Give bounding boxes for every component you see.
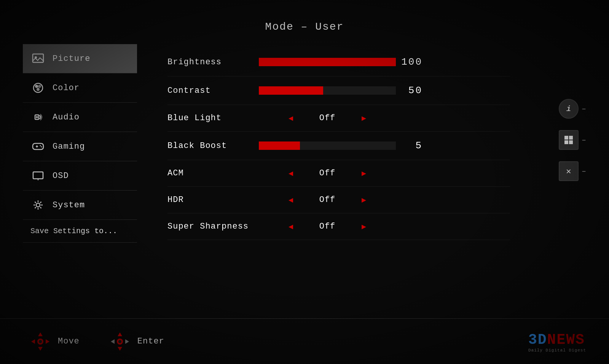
hdr-label: HDR: [167, 195, 259, 205]
super-sharpness-label: Super Sharpness: [167, 222, 259, 231]
svg-marker-23: [118, 332, 122, 336]
svg-marker-24: [118, 347, 122, 351]
super-sharpness-toggle: ◀ Off ▶: [259, 222, 396, 231]
sidebar-item-audio[interactable]: Audio: [23, 103, 137, 132]
close-icon: ✕: [566, 166, 571, 176]
logo-subtitle: Daily Digital Digest: [528, 348, 586, 353]
sidebar-item-system[interactable]: System: [23, 191, 137, 220]
acm-toggle: ◀ Off ▶: [259, 168, 396, 178]
grid-icon: [564, 136, 573, 144]
svg-marker-18: [38, 347, 43, 351]
blue-light-left-arrow[interactable]: ◀: [289, 113, 293, 123]
svg-point-28: [118, 340, 121, 343]
contrast-label: Contrast: [167, 86, 259, 95]
sidebar-label-picture: Picture: [53, 54, 90, 64]
grid-button[interactable]: [559, 130, 579, 150]
svg-point-4: [38, 85, 41, 88]
save-settings-button[interactable]: Save Settings to...: [23, 220, 137, 243]
osd-icon: [30, 168, 46, 183]
sidebar-label-audio: Audio: [53, 113, 80, 122]
page-title: Mode – User: [0, 21, 609, 33]
contrast-slider-fill: [259, 86, 323, 95]
grid-dash: –: [582, 136, 586, 145]
svg-point-12: [41, 146, 42, 148]
sidebar-item-color[interactable]: Color: [23, 73, 137, 103]
contrast-slider-track[interactable]: [259, 86, 396, 95]
sidebar: Picture Color: [23, 44, 137, 318]
brightness-row: Brightness 100: [167, 48, 510, 76]
sidebar-label-osd: OSD: [53, 171, 69, 181]
svg-rect-0: [33, 54, 43, 62]
svg-marker-17: [38, 332, 43, 336]
picture-icon: [30, 51, 46, 66]
svg-point-22: [39, 340, 42, 343]
black-boost-label: Black Boost: [167, 141, 259, 151]
svg-point-5: [37, 88, 40, 91]
acm-control: ◀ Off ▶: [259, 168, 510, 178]
logo-text: 3DNEWS: [528, 332, 586, 348]
sidebar-item-osd[interactable]: OSD: [23, 161, 137, 191]
gaming-icon: [30, 139, 46, 154]
contrast-value: 50: [396, 85, 426, 96]
sidebar-item-picture[interactable]: Picture: [23, 44, 137, 73]
info-button[interactable]: i: [559, 99, 579, 119]
acm-row: ACM ◀ Off ▶: [167, 160, 510, 187]
super-sharpness-control: ◀ Off ▶: [259, 222, 510, 231]
super-sharpness-left-arrow[interactable]: ◀: [289, 222, 293, 231]
super-sharpness-right-arrow[interactable]: ▶: [362, 222, 366, 231]
enter-action: Enter: [110, 332, 164, 351]
close-dash: –: [582, 167, 586, 176]
super-sharpness-row: Super Sharpness ◀ Off ▶: [167, 213, 510, 240]
settings-panel: Brightness 100 Contrast 50: [167, 44, 510, 318]
blue-light-control: ◀ Off ▶: [259, 113, 510, 123]
black-boost-slider-track[interactable]: [259, 141, 396, 150]
audio-icon: [30, 110, 46, 125]
black-boost-slider-fill: [259, 141, 300, 150]
move-label: Move: [58, 337, 80, 346]
svg-marker-26: [125, 339, 129, 344]
enter-dpad-icon: [110, 332, 130, 351]
svg-rect-13: [33, 172, 43, 179]
svg-point-3: [35, 85, 38, 88]
sidebar-label-gaming: Gaming: [53, 142, 85, 151]
acm-label: ACM: [167, 168, 259, 178]
hdr-left-arrow[interactable]: ◀: [289, 195, 293, 205]
close-button[interactable]: ✕: [559, 161, 579, 181]
blue-light-label: Blue Light: [167, 113, 259, 123]
svg-point-16: [36, 203, 40, 207]
hdr-row: HDR ◀ Off ▶: [167, 187, 510, 213]
black-boost-row: Black Boost 5: [167, 132, 510, 160]
system-icon: [30, 197, 46, 213]
sidebar-item-gaming[interactable]: Gaming: [23, 132, 137, 161]
grid-icon-row: –: [559, 130, 586, 150]
move-dpad-icon: [30, 332, 50, 351]
svg-point-7: [36, 116, 38, 118]
hdr-control: ◀ Off ▶: [259, 195, 510, 205]
blue-light-toggle: ◀ Off ▶: [259, 113, 396, 123]
contrast-control: 50: [259, 85, 510, 96]
blue-light-right-arrow[interactable]: ▶: [362, 113, 366, 123]
info-dash: –: [582, 105, 586, 113]
acm-value: Off: [308, 168, 346, 178]
brightness-slider-track[interactable]: [259, 58, 396, 66]
move-action: Move: [30, 332, 80, 351]
logo-area: 3DNEWS Daily Digital Digest: [528, 332, 586, 353]
logo-news: NEWS: [547, 332, 585, 348]
svg-marker-19: [31, 339, 35, 344]
brightness-control: 100: [259, 56, 510, 68]
hdr-toggle: ◀ Off ▶: [259, 195, 396, 205]
super-sharpness-value: Off: [308, 222, 346, 231]
sidebar-label-color: Color: [53, 83, 80, 93]
svg-marker-20: [46, 339, 49, 344]
black-boost-control: 5: [259, 140, 510, 151]
acm-right-arrow[interactable]: ▶: [362, 168, 366, 178]
hdr-right-arrow[interactable]: ▶: [362, 195, 366, 205]
info-icon-row: i –: [559, 99, 586, 119]
black-boost-value: 5: [396, 140, 426, 151]
bottom-bar: Move Enter: [0, 318, 609, 364]
sidebar-label-system: System: [53, 200, 85, 210]
hdr-value: Off: [308, 195, 346, 205]
acm-left-arrow[interactable]: ◀: [289, 168, 293, 178]
logo-3d: 3D: [528, 332, 547, 348]
color-icon: [30, 80, 46, 95]
